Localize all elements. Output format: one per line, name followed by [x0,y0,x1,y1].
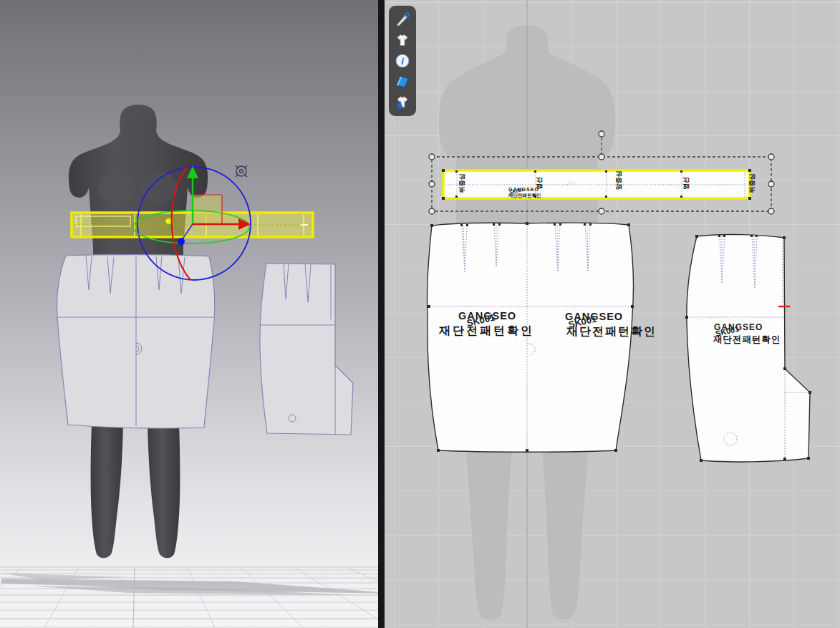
waistband-seam-label: 뒤중심 [458,174,465,193]
2d-tool-palette: i [389,6,416,116]
waistband-stamp: GANGSEO SK001 재단전패턴확인 [508,187,541,198]
garment-tool-button[interactable] [393,31,412,49]
sewing-tool-button[interactable] [393,10,412,29]
skirt-side-piece-2d[interactable]: GANGSEO SK001 재단전패턴확인 [685,235,811,462]
selection-handle[interactable] [768,154,774,160]
svg-text:재단전패턴확인: 재단전패턴확인 [508,193,541,198]
pivot-reticle-icon [236,165,247,177]
waistband-seam-label: 앞중심 [615,171,622,190]
selection-handle[interactable] [429,154,435,160]
shirt-icon [395,32,410,48]
selection-handle[interactable] [768,181,774,187]
fabric-icon [395,74,410,90]
skirt-front-piece-3d[interactable] [57,255,215,428]
panel-splitter[interactable] [378,0,385,628]
svg-text:재단전패턴확인: 재단전패턴확인 [713,334,781,344]
skirt-back-piece-3d[interactable] [260,264,353,435]
skirt-main-piece-2d[interactable]: GANGSEO SK001 재단전패턴확인 GANGSEO SK001 재단전패… [427,222,657,452]
gizmo-origin-handle[interactable] [178,238,185,245]
svg-text:재단전패턴확인: 재단전패턴확인 [566,325,657,337]
selection-handle[interactable] [768,208,774,214]
waistband-piece-2d[interactable]: 뒤중심 옆선 앞중심 옆선 뒤중심 GANGSEO SK001 재단전패턴확인 [442,169,755,200]
info-tool-button[interactable]: i [393,52,412,70]
selection-handle[interactable] [599,208,604,214]
rotation-handle[interactable] [599,131,604,137]
waistband-seam-label: 뒤중심 [748,174,755,193]
needle-icon [395,11,410,27]
2d-pattern-viewport[interactable]: 뒤중심 옆선 앞중심 옆선 뒤중심 GANGSEO SK001 재단전패턴확인 [385,0,840,628]
3d-viewport[interactable] [0,0,378,628]
lock-garment-tool-button[interactable] [393,93,412,112]
selection-handle[interactable] [599,154,604,160]
selection-handle[interactable] [429,208,435,214]
svg-text:재단전패턴확인: 재단전패턴확인 [438,324,534,337]
gizmo-plane-handle[interactable] [193,195,222,224]
fashion-cad-window: 뒤중심 옆선 앞중심 옆선 뒤중심 GANGSEO SK001 재단전패턴확인 [0,0,840,628]
selection-handle[interactable] [429,181,435,187]
shirt-lock-icon [395,95,410,110]
waistband-seam-label: 옆선 [682,177,690,190]
fabric-tool-button[interactable] [393,72,412,91]
svg-text:i: i [401,56,404,67]
info-icon: i [395,53,410,69]
